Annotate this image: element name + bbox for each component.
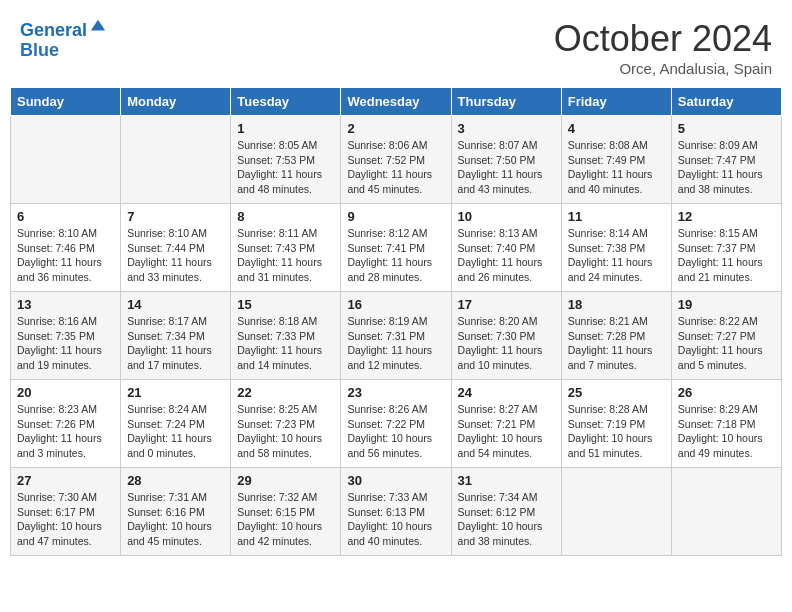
day-number: 10: [458, 209, 555, 224]
calendar-cell: 10Sunrise: 8:13 AM Sunset: 7:40 PM Dayli…: [451, 204, 561, 292]
day-number: 19: [678, 297, 775, 312]
calendar-cell: 11Sunrise: 8:14 AM Sunset: 7:38 PM Dayli…: [561, 204, 671, 292]
calendar-cell: 19Sunrise: 8:22 AM Sunset: 7:27 PM Dayli…: [671, 292, 781, 380]
calendar-cell: [671, 468, 781, 556]
weekday-header-row: SundayMondayTuesdayWednesdayThursdayFrid…: [11, 88, 782, 116]
day-info: Sunrise: 8:10 AM Sunset: 7:44 PM Dayligh…: [127, 226, 224, 285]
calendar-body: 1Sunrise: 8:05 AM Sunset: 7:53 PM Daylig…: [11, 116, 782, 556]
day-info: Sunrise: 8:29 AM Sunset: 7:18 PM Dayligh…: [678, 402, 775, 461]
calendar-cell: 18Sunrise: 8:21 AM Sunset: 7:28 PM Dayli…: [561, 292, 671, 380]
calendar-cell: 1Sunrise: 8:05 AM Sunset: 7:53 PM Daylig…: [231, 116, 341, 204]
calendar-cell: 12Sunrise: 8:15 AM Sunset: 7:37 PM Dayli…: [671, 204, 781, 292]
day-info: Sunrise: 8:23 AM Sunset: 7:26 PM Dayligh…: [17, 402, 114, 461]
day-number: 17: [458, 297, 555, 312]
calendar-cell: 20Sunrise: 8:23 AM Sunset: 7:26 PM Dayli…: [11, 380, 121, 468]
calendar-week-row: 20Sunrise: 8:23 AM Sunset: 7:26 PM Dayli…: [11, 380, 782, 468]
weekday-header-cell: Friday: [561, 88, 671, 116]
calendar-cell: 7Sunrise: 8:10 AM Sunset: 7:44 PM Daylig…: [121, 204, 231, 292]
day-info: Sunrise: 8:17 AM Sunset: 7:34 PM Dayligh…: [127, 314, 224, 373]
calendar-cell: 27Sunrise: 7:30 AM Sunset: 6:17 PM Dayli…: [11, 468, 121, 556]
day-info: Sunrise: 8:18 AM Sunset: 7:33 PM Dayligh…: [237, 314, 334, 373]
day-number: 31: [458, 473, 555, 488]
calendar-cell: 16Sunrise: 8:19 AM Sunset: 7:31 PM Dayli…: [341, 292, 451, 380]
day-info: Sunrise: 8:10 AM Sunset: 7:46 PM Dayligh…: [17, 226, 114, 285]
title-block: October 2024 Orce, Andalusia, Spain: [554, 18, 772, 77]
calendar-cell: 25Sunrise: 8:28 AM Sunset: 7:19 PM Dayli…: [561, 380, 671, 468]
day-number: 18: [568, 297, 665, 312]
day-number: 8: [237, 209, 334, 224]
svg-marker-0: [91, 20, 105, 31]
weekday-header-cell: Thursday: [451, 88, 561, 116]
day-number: 21: [127, 385, 224, 400]
calendar-week-row: 1Sunrise: 8:05 AM Sunset: 7:53 PM Daylig…: [11, 116, 782, 204]
day-info: Sunrise: 8:14 AM Sunset: 7:38 PM Dayligh…: [568, 226, 665, 285]
logo-icon: [89, 18, 107, 36]
day-info: Sunrise: 8:11 AM Sunset: 7:43 PM Dayligh…: [237, 226, 334, 285]
day-info: Sunrise: 8:08 AM Sunset: 7:49 PM Dayligh…: [568, 138, 665, 197]
calendar-cell: 6Sunrise: 8:10 AM Sunset: 7:46 PM Daylig…: [11, 204, 121, 292]
day-number: 20: [17, 385, 114, 400]
calendar-cell: 30Sunrise: 7:33 AM Sunset: 6:13 PM Dayli…: [341, 468, 451, 556]
calendar-cell: 3Sunrise: 8:07 AM Sunset: 7:50 PM Daylig…: [451, 116, 561, 204]
weekday-header-cell: Wednesday: [341, 88, 451, 116]
day-info: Sunrise: 8:24 AM Sunset: 7:24 PM Dayligh…: [127, 402, 224, 461]
day-info: Sunrise: 8:07 AM Sunset: 7:50 PM Dayligh…: [458, 138, 555, 197]
calendar-cell: 14Sunrise: 8:17 AM Sunset: 7:34 PM Dayli…: [121, 292, 231, 380]
day-info: Sunrise: 8:22 AM Sunset: 7:27 PM Dayligh…: [678, 314, 775, 373]
calendar-week-row: 13Sunrise: 8:16 AM Sunset: 7:35 PM Dayli…: [11, 292, 782, 380]
calendar-cell: 4Sunrise: 8:08 AM Sunset: 7:49 PM Daylig…: [561, 116, 671, 204]
calendar-cell: [121, 116, 231, 204]
day-info: Sunrise: 8:19 AM Sunset: 7:31 PM Dayligh…: [347, 314, 444, 373]
location: Orce, Andalusia, Spain: [554, 60, 772, 77]
day-number: 23: [347, 385, 444, 400]
day-number: 24: [458, 385, 555, 400]
day-info: Sunrise: 8:20 AM Sunset: 7:30 PM Dayligh…: [458, 314, 555, 373]
day-info: Sunrise: 8:13 AM Sunset: 7:40 PM Dayligh…: [458, 226, 555, 285]
logo-general: General: [20, 20, 87, 40]
logo-blue: Blue: [20, 40, 59, 60]
day-number: 26: [678, 385, 775, 400]
day-info: Sunrise: 8:21 AM Sunset: 7:28 PM Dayligh…: [568, 314, 665, 373]
day-number: 28: [127, 473, 224, 488]
calendar-cell: 29Sunrise: 7:32 AM Sunset: 6:15 PM Dayli…: [231, 468, 341, 556]
day-info: Sunrise: 7:31 AM Sunset: 6:16 PM Dayligh…: [127, 490, 224, 549]
page-header: General Blue October 2024 Orce, Andalusi…: [10, 10, 782, 81]
day-number: 29: [237, 473, 334, 488]
month-title: October 2024: [554, 18, 772, 60]
day-info: Sunrise: 8:09 AM Sunset: 7:47 PM Dayligh…: [678, 138, 775, 197]
day-info: Sunrise: 8:12 AM Sunset: 7:41 PM Dayligh…: [347, 226, 444, 285]
calendar-cell: 5Sunrise: 8:09 AM Sunset: 7:47 PM Daylig…: [671, 116, 781, 204]
calendar-cell: 13Sunrise: 8:16 AM Sunset: 7:35 PM Dayli…: [11, 292, 121, 380]
weekday-header-cell: Tuesday: [231, 88, 341, 116]
day-info: Sunrise: 8:27 AM Sunset: 7:21 PM Dayligh…: [458, 402, 555, 461]
calendar-cell: 2Sunrise: 8:06 AM Sunset: 7:52 PM Daylig…: [341, 116, 451, 204]
calendar-cell: 28Sunrise: 7:31 AM Sunset: 6:16 PM Dayli…: [121, 468, 231, 556]
day-number: 30: [347, 473, 444, 488]
day-number: 3: [458, 121, 555, 136]
calendar-week-row: 27Sunrise: 7:30 AM Sunset: 6:17 PM Dayli…: [11, 468, 782, 556]
calendar-cell: 22Sunrise: 8:25 AM Sunset: 7:23 PM Dayli…: [231, 380, 341, 468]
calendar-cell: 8Sunrise: 8:11 AM Sunset: 7:43 PM Daylig…: [231, 204, 341, 292]
day-number: 13: [17, 297, 114, 312]
day-number: 22: [237, 385, 334, 400]
day-number: 14: [127, 297, 224, 312]
day-number: 12: [678, 209, 775, 224]
calendar-cell: 31Sunrise: 7:34 AM Sunset: 6:12 PM Dayli…: [451, 468, 561, 556]
day-info: Sunrise: 7:30 AM Sunset: 6:17 PM Dayligh…: [17, 490, 114, 549]
day-number: 2: [347, 121, 444, 136]
day-number: 1: [237, 121, 334, 136]
day-info: Sunrise: 8:28 AM Sunset: 7:19 PM Dayligh…: [568, 402, 665, 461]
day-info: Sunrise: 8:25 AM Sunset: 7:23 PM Dayligh…: [237, 402, 334, 461]
day-number: 27: [17, 473, 114, 488]
calendar-cell: 23Sunrise: 8:26 AM Sunset: 7:22 PM Dayli…: [341, 380, 451, 468]
day-number: 5: [678, 121, 775, 136]
day-info: Sunrise: 8:05 AM Sunset: 7:53 PM Dayligh…: [237, 138, 334, 197]
day-info: Sunrise: 8:06 AM Sunset: 7:52 PM Dayligh…: [347, 138, 444, 197]
calendar-cell: [11, 116, 121, 204]
calendar-cell: 26Sunrise: 8:29 AM Sunset: 7:18 PM Dayli…: [671, 380, 781, 468]
calendar-table: SundayMondayTuesdayWednesdayThursdayFrid…: [10, 87, 782, 556]
day-info: Sunrise: 8:26 AM Sunset: 7:22 PM Dayligh…: [347, 402, 444, 461]
calendar-cell: 17Sunrise: 8:20 AM Sunset: 7:30 PM Dayli…: [451, 292, 561, 380]
day-info: Sunrise: 7:34 AM Sunset: 6:12 PM Dayligh…: [458, 490, 555, 549]
calendar-cell: [561, 468, 671, 556]
